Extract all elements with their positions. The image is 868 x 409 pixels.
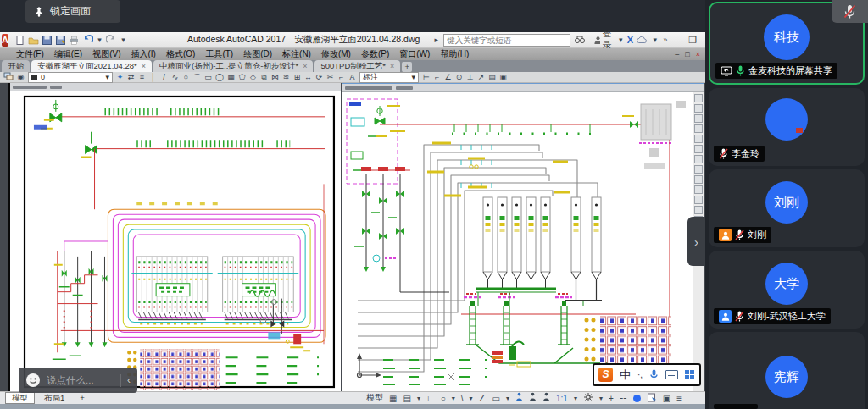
snap-dropdown-icon[interactable]: ▾ <box>417 395 420 402</box>
units-icon[interactable]: ⚏ <box>620 394 627 403</box>
menu-parametric[interactable]: 参数(P) <box>357 48 393 60</box>
new-tab-icon[interactable]: + <box>402 62 412 72</box>
modify-erase-icon[interactable]: ◇ <box>249 73 257 82</box>
new-file-icon[interactable] <box>14 35 25 46</box>
a360-dropdown-icon[interactable]: ▾ <box>651 36 659 45</box>
a360-cloud-icon[interactable] <box>636 35 648 46</box>
toolbar-icon[interactable]: │ <box>149 73 157 82</box>
gear-dropdown-icon[interactable]: ▾ <box>599 395 603 402</box>
document-window-left[interactable] <box>8 83 341 391</box>
doc-restore-icon[interactable]: □ <box>685 50 689 58</box>
participant-tile[interactable]: 李金玲 <box>709 88 865 166</box>
menu-window[interactable]: 窗口(W) <box>395 48 434 60</box>
tab-doc2[interactable]: 中粮面业(扬州)-工..提立筒仓-初步设计*× <box>153 60 313 72</box>
scale-dropdown-icon[interactable]: ▾ <box>574 395 577 402</box>
modify-copy-icon[interactable]: ⧉ <box>260 73 268 82</box>
layer-state-icon[interactable]: ◉ <box>17 73 25 82</box>
doc-right-titlebar[interactable] <box>342 84 704 92</box>
modify-fillet-icon[interactable]: ⌐ <box>337 73 345 82</box>
draw-poly-icon[interactable]: ⬠ <box>238 73 246 82</box>
autoscale-icon[interactable] <box>529 392 537 404</box>
menu-tools[interactable]: 工具(T) <box>201 48 237 60</box>
dim-linear-icon[interactable]: ⊢ <box>422 73 430 82</box>
ime-keyboard-icon[interactable] <box>665 370 678 379</box>
panel-collapse-icon[interactable]: › <box>687 217 705 266</box>
ortho-icon[interactable]: ∟ <box>426 394 435 403</box>
draw-arc-icon[interactable]: ⌒ <box>193 73 201 82</box>
tab-doc1[interactable]: 安徽雁湖平立面2021.04.28*× <box>31 60 152 72</box>
modify-trim-icon[interactable]: ✂ <box>326 73 334 82</box>
participant-tile[interactable]: 宪辉 <box>709 332 865 409</box>
self-mute-button[interactable] <box>832 0 868 23</box>
add-layout-icon[interactable]: + <box>74 393 91 403</box>
participant-tile[interactable]: 刘刚 刘刚 <box>709 169 865 247</box>
dyninput-dropdown-icon[interactable]: ▾ <box>506 395 509 402</box>
modify-rotate-icon[interactable]: ⟳ <box>315 73 323 82</box>
save-as-icon[interactable] <box>55 35 66 46</box>
toolbar-overflow-icon[interactable]: » <box>661 36 669 45</box>
open-file-icon[interactable] <box>28 35 39 46</box>
ime-toolbox-icon[interactable] <box>685 370 694 379</box>
layer-combobox[interactable]: 0▾ <box>28 72 113 83</box>
grid-icon[interactable]: ▦ <box>389 394 397 403</box>
qat-customize-icon[interactable]: ▾ <box>120 36 127 45</box>
modify-move-icon[interactable]: ↔ <box>304 73 312 82</box>
participant-tile[interactable]: 大学 刘刚-武汉轻工大学 <box>709 251 865 329</box>
doc-minimize-icon[interactable]: – <box>675 50 679 58</box>
tab-close-icon[interactable]: × <box>390 61 394 71</box>
menu-help[interactable]: 帮助(H) <box>436 48 473 60</box>
dim-style-combobox[interactable]: 标注▾ <box>359 72 419 83</box>
doc-left-titlebar[interactable] <box>10 83 341 91</box>
sign-in-dropdown-icon[interactable]: ▾ <box>617 36 625 45</box>
minimize-icon[interactable]: – <box>671 35 676 46</box>
draw-rect-icon[interactable]: ▭ <box>204 73 212 82</box>
block-icon[interactable]: ▣ <box>499 73 507 82</box>
annotation-scale-person-icon[interactable] <box>542 392 550 404</box>
tab-close-icon[interactable]: × <box>142 61 146 71</box>
isodraft-icon[interactable]: \ <box>461 394 464 403</box>
exchange-apps-icon[interactable]: X <box>627 35 633 45</box>
toolbar-icon[interactable]: ✦ <box>116 73 124 82</box>
dim-aligned-icon[interactable]: ⌐ <box>433 73 441 82</box>
drawing-area[interactable] <box>0 83 705 391</box>
ime-mode-chinese[interactable]: 中 <box>620 368 631 383</box>
dyn-input-icon[interactable]: ▭ <box>492 394 500 403</box>
lock-screen-button[interactable]: 锁定画面 <box>25 0 120 23</box>
plot-icon[interactable] <box>69 35 80 46</box>
tab-model[interactable]: 模型 <box>5 392 35 404</box>
menu-modify[interactable]: 修改(M) <box>317 48 355 60</box>
search-input[interactable] <box>443 34 570 47</box>
model-space-label[interactable]: 模型 <box>366 392 383 404</box>
draw-line-icon[interactable]: / <box>160 73 168 82</box>
title-arrow-icon[interactable]: ▸ <box>432 36 440 45</box>
snap-icon[interactable]: ▤ <box>403 394 410 403</box>
workspace-gear-icon[interactable] <box>583 392 593 404</box>
menu-edit[interactable]: 编辑(E) <box>50 48 86 60</box>
autocad-logo-icon[interactable]: A <box>2 34 8 47</box>
draw-hatch-icon[interactable]: ▦ <box>227 73 235 82</box>
restore-icon[interactable]: ❐ <box>688 35 697 46</box>
emoji-icon[interactable] <box>25 373 41 388</box>
text-icon[interactable]: A <box>348 73 356 82</box>
collapse-chat-icon[interactable]: ‹ <box>127 374 131 386</box>
dim-angular-icon[interactable]: ∠ <box>444 73 452 82</box>
menu-view[interactable]: 视图(V) <box>88 48 125 60</box>
menu-file[interactable]: 文件(F) <box>12 48 48 60</box>
polar-dropdown-icon[interactable]: ▾ <box>452 395 455 402</box>
ime-toolbar[interactable]: S 中 ·, <box>593 363 701 386</box>
toolbar-icon[interactable]: ≡ <box>138 73 146 82</box>
ime-mic-icon[interactable] <box>649 369 659 380</box>
doc-close-icon[interactable]: × <box>696 50 700 58</box>
draw-pline-icon[interactable]: ∿ <box>171 73 179 82</box>
menu-insert[interactable]: 插入(I) <box>126 48 159 60</box>
dim-radius-icon[interactable]: ⊙ <box>455 73 463 82</box>
undo-dropdown-icon[interactable]: ▾ <box>96 36 103 45</box>
isodraft-dropdown-icon[interactable]: ▾ <box>470 395 473 402</box>
menu-format[interactable]: 格式(O) <box>162 48 199 60</box>
search-binoculars-icon[interactable] <box>574 34 586 46</box>
document-window-right[interactable] <box>342 83 704 391</box>
sogou-logo-icon[interactable]: S <box>598 368 613 382</box>
polar-icon[interactable]: ○ <box>441 394 446 403</box>
tab-close-icon[interactable]: × <box>303 61 307 71</box>
otrack-icon[interactable]: ∠ <box>479 394 487 403</box>
